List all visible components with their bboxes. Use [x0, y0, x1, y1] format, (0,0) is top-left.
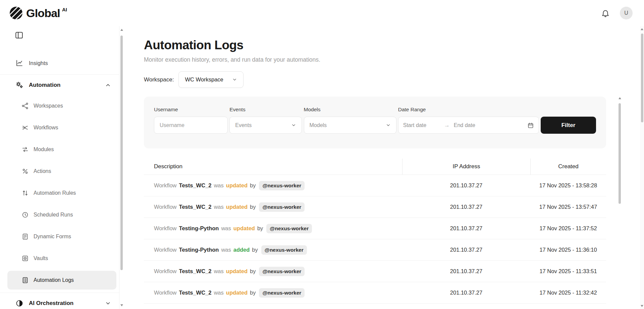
actions-percent-icon	[21, 168, 29, 175]
description-verb: was	[214, 204, 223, 210]
modules-swap-icon	[21, 146, 29, 153]
ip-address: 201.10.37.27	[402, 196, 530, 218]
description-by: by	[250, 182, 256, 189]
description-prefix: Workflow	[154, 268, 177, 274]
sort-arrows-icon	[21, 189, 29, 197]
events-selected-value: Events	[235, 122, 252, 128]
action-word: updated	[226, 268, 248, 274]
start-date-input[interactable]	[403, 122, 443, 128]
notifications-button[interactable]	[601, 9, 610, 17]
brand-suffix: AI	[62, 7, 67, 12]
sidebar: Insights Automation	[0, 26, 119, 309]
description-prefix: Workflow	[154, 247, 177, 253]
action-word: updated	[233, 225, 255, 232]
table-header-row: Description IP Address Created	[144, 159, 606, 175]
date-range-picker[interactable]: →	[398, 117, 539, 134]
table-row: Workflow Tests_WC_2 was updated by @nexu…	[144, 175, 606, 196]
log-description: Workflow Tests_WC_2 was updated by @nexu…	[144, 261, 402, 282]
models-selected-value: Models	[310, 122, 327, 128]
description-prefix: Workflow	[154, 204, 177, 210]
ip-address: 201.10.37.27	[402, 282, 530, 303]
content-scrollbar	[618, 97, 621, 309]
description-by: by	[250, 290, 256, 296]
workspaces-nodes-icon	[21, 102, 29, 110]
sidebar-item-label: Scheduled Runs	[34, 212, 73, 218]
column-header-description: Description	[144, 159, 402, 175]
calendar-icon[interactable]	[527, 122, 534, 129]
chevron-up-icon	[105, 82, 111, 88]
created-timestamp: 17 Nov 2025 - 11:36:10	[530, 239, 606, 260]
sidebar-group-ai-orchestration[interactable]: AI Orchestration	[0, 293, 119, 309]
scrollbar-thumb[interactable]	[619, 103, 621, 204]
log-description: Workflow Testing-Python was updated by @…	[144, 218, 402, 239]
bell-icon	[601, 9, 610, 17]
sidebar-collapse-button[interactable]	[15, 31, 23, 40]
page-title: Automation Logs	[144, 38, 644, 52]
description-verb: was	[221, 247, 231, 253]
workflows-flow-icon	[21, 124, 29, 131]
chevron-down-icon	[232, 77, 237, 82]
sidebar-item-workflows[interactable]: Workflows	[7, 118, 116, 137]
models-label: Models	[304, 107, 396, 113]
sidebar-item-insights[interactable]: Insights	[0, 54, 119, 72]
log-description: Workflow Testing-Python was added by @ne…	[144, 239, 402, 260]
created-timestamp: 17 Nov 2025 - 11:32:42	[530, 282, 606, 303]
sidebar-item-vaults[interactable]: Vaults	[7, 249, 116, 268]
log-description: Workflow Tests_WC_2 was updated by @nexu…	[144, 196, 402, 218]
description-prefix: Workflow	[154, 182, 177, 189]
table-row: Workflow Tests_WC_2 was updated by @nexu…	[144, 282, 606, 304]
clock-history-icon	[21, 211, 29, 219]
brand-logo: Global AI	[9, 6, 67, 20]
username-label: Username	[154, 107, 228, 113]
sidebar-item-dynamic-forms[interactable]: Dynamic Forms	[7, 227, 116, 246]
scrollbar-down-arrow[interactable]	[120, 304, 123, 306]
sidebar-item-automation-logs[interactable]: Automation Logs	[7, 271, 116, 290]
scrollbar-up-arrow[interactable]	[619, 97, 621, 99]
workflow-name: Testing-Python	[179, 247, 219, 253]
sidebar-item-workspaces[interactable]: Workspaces	[7, 97, 116, 115]
ip-address: 201.10.37.27	[402, 175, 530, 196]
action-word: updated	[226, 290, 248, 296]
created-timestamp: 17 Nov 2025 - 13:58:28	[530, 175, 606, 196]
filter-button[interactable]: Filter	[541, 117, 596, 134]
table-row: Workflow Tests_WC_2 was updated by @nexu…	[144, 261, 606, 282]
created-timestamp: 17 Nov 2025 - 11:33:51	[530, 261, 606, 282]
sidebar-item-label: Automation Logs	[34, 277, 74, 283]
events-select[interactable]: Events	[229, 117, 302, 134]
actor-badge: @nexus-worker	[259, 181, 305, 190]
events-label: Events	[229, 107, 302, 113]
description-verb: was	[214, 182, 223, 189]
actor-badge: @nexus-worker	[259, 202, 305, 212]
insights-chart-icon	[15, 59, 23, 67]
description-verb: was	[214, 268, 223, 274]
panel-toggle-icon	[15, 31, 23, 40]
log-description: Workflow Tests_WC_2 was updated by @nexu…	[144, 282, 402, 303]
sidebar-item-automation-rules[interactable]: Automation Rules	[7, 184, 116, 202]
workspace-select[interactable]: WC Workspace	[178, 71, 243, 88]
sidebar-item-label: Modules	[34, 146, 54, 152]
description-by: by	[257, 225, 263, 232]
actor-badge: @nexus-worker	[261, 245, 307, 255]
models-select[interactable]: Models	[304, 117, 396, 134]
description-prefix: Workflow	[154, 225, 177, 232]
scrollbar-thumb[interactable]	[120, 36, 123, 270]
description-verb: was	[214, 290, 223, 296]
table-row: Workflow Testing-Python was added by @ne…	[144, 239, 606, 261]
scrollbar-down-arrow[interactable]	[641, 305, 643, 307]
actor-badge: @nexus-worker	[266, 224, 312, 233]
sidebar-group-automation[interactable]: Automation	[0, 74, 119, 95]
sidebar-item-scheduled-runs[interactable]: Scheduled Runs	[7, 205, 116, 224]
date-range-label: Date Range	[398, 107, 539, 113]
workflow-name: Testing-Python	[179, 225, 219, 232]
sidebar-item-modules[interactable]: Modules	[7, 140, 116, 159]
log-description: Workflow Tests_WC_2 was updated by @nexu…	[144, 175, 402, 196]
scrollbar-thumb[interactable]	[641, 34, 643, 122]
page-subtitle: Monitor execution history, errors, and r…	[144, 56, 644, 63]
end-date-input[interactable]	[454, 122, 494, 128]
user-avatar[interactable]: U	[620, 7, 633, 19]
actor-badge: @nexus-worker	[259, 288, 305, 298]
scrollbar-up-arrow[interactable]	[641, 28, 643, 30]
sidebar-item-actions[interactable]: Actions	[7, 162, 116, 181]
scrollbar-up-arrow[interactable]	[120, 29, 123, 31]
username-input[interactable]	[154, 117, 228, 134]
